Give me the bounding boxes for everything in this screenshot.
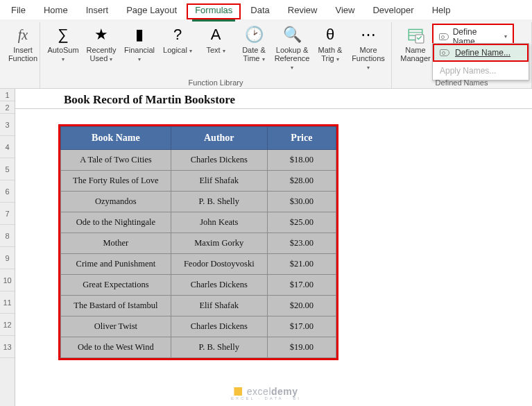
row-header[interactable]: 6: [0, 180, 15, 203]
tab-insert[interactable]: Insert: [83, 3, 112, 19]
lib-lookup-reference-button[interactable]: 🔍Lookup & Reference ▾: [273, 24, 311, 72]
tab-page-layout[interactable]: Page Layout: [123, 3, 180, 19]
cell[interactable]: Elif Shafak: [171, 171, 267, 192]
cell[interactable]: P. B. Shelly: [171, 192, 267, 212]
group-label-defined-names: Defined Names: [392, 78, 531, 87]
cell[interactable]: $21.00: [267, 254, 336, 275]
table-row: Crime and PunishmentFeodor Dostoyvoski$2…: [61, 254, 336, 275]
insert-function-button[interactable]: fx Insert Function: [4, 24, 42, 64]
lib-autosum-button[interactable]: ∑AutoSum ▾: [44, 24, 82, 64]
cell[interactable]: Oliver Twist: [61, 316, 171, 337]
row-header[interactable]: 12: [0, 314, 15, 336]
menu-define-name[interactable]: Define Name...: [433, 44, 529, 62]
cell[interactable]: Charles Dickens: [171, 150, 267, 171]
cell[interactable]: Crime and Punishment: [61, 254, 171, 275]
cell[interactable]: $17.00: [267, 316, 336, 337]
lib-text-button[interactable]: AText ▾: [197, 24, 234, 56]
cell[interactable]: The Forty Rules of Love: [61, 171, 171, 192]
table-row: Ode to the West WindP. B. Shelly$19.00: [61, 337, 336, 358]
cell[interactable]: $17.00: [267, 275, 336, 296]
col-header: Book Name: [61, 127, 171, 150]
lib-math-trig-button[interactable]: θMath & Trig ▾: [311, 24, 349, 64]
cell[interactable]: Ode to the Nightingale: [61, 212, 171, 233]
cell[interactable]: $23.00: [267, 233, 336, 254]
cell[interactable]: $18.00: [267, 150, 336, 171]
tab-help[interactable]: Help: [429, 3, 454, 19]
cell[interactable]: Elif Shafak: [171, 296, 267, 316]
lib-financial-button[interactable]: ▮Financial ▾: [121, 24, 158, 64]
tab-data[interactable]: Data: [248, 3, 272, 19]
row-header[interactable]: 2: [0, 101, 15, 114]
menubar: File Home Insert Page Layout Formulas Da…: [0, 0, 532, 19]
cell[interactable]: $25.00: [267, 212, 336, 233]
row-header[interactable]: 7: [0, 203, 15, 225]
cell[interactable]: Charles Dickens: [171, 316, 267, 337]
date-time-icon: 🕑: [244, 25, 264, 44]
cell[interactable]: P. B. Shelly: [171, 337, 267, 358]
tab-file[interactable]: File: [8, 3, 28, 19]
row-header[interactable]: 10: [0, 269, 15, 291]
lib-recently-used-button[interactable]: ★Recently Used ▾: [83, 24, 120, 64]
worksheet-area: 12345678910111213 Book Record of Martin …: [0, 89, 532, 406]
table-row: OzymandosP. B. Shelly$30.00: [61, 192, 336, 212]
row-header[interactable]: 4: [0, 136, 15, 158]
row-header[interactable]: 11: [0, 291, 15, 314]
name-manager-icon: [406, 25, 425, 44]
table-row: Oliver TwistCharles Dickens$17.00: [61, 316, 336, 337]
book-table-selection[interactable]: Book NameAuthorPrice A Tale of Two Citie…: [58, 124, 338, 360]
cell[interactable]: Ode to the West Wind: [61, 337, 171, 358]
tab-view[interactable]: View: [332, 3, 357, 19]
table-row: The Forty Rules of LoveElif Shafak$28.00: [61, 171, 336, 192]
lib-date-time-button[interactable]: 🕑Date & Time ▾: [235, 24, 273, 64]
table-row: The Bastard of IstambulElif Shafak$20.00: [61, 296, 336, 316]
cell[interactable]: Feodor Dostoyvoski: [171, 254, 267, 275]
cell[interactable]: $20.00: [267, 296, 336, 316]
row-header[interactable]: 3: [0, 114, 15, 136]
table-row: Great ExpectationsCharles Dickens$17.00: [61, 275, 336, 296]
cell[interactable]: Ozymandos: [61, 192, 171, 212]
cell[interactable]: Mother: [61, 233, 171, 254]
cell[interactable]: A Tale of Two Cities: [61, 150, 171, 171]
sheet-content: Book Record of Martin Bookstore Book Nam…: [15, 89, 532, 406]
cell[interactable]: John Keats: [171, 212, 267, 233]
menu-apply-names[interactable]: Apply Names...: [433, 62, 529, 80]
svg-rect-1: [415, 35, 424, 43]
cell[interactable]: $28.00: [267, 171, 336, 192]
group-label-function-library: Function Library: [44, 77, 387, 87]
row-header[interactable]: 1: [0, 89, 15, 101]
logical-icon: ?: [168, 25, 187, 44]
sheet-title: Book Record of Martin Bookstore: [15, 89, 532, 109]
tab-formulas[interactable]: Formulas: [192, 3, 235, 22]
cell[interactable]: Great Expectations: [61, 275, 171, 296]
row-header[interactable]: 13: [0, 336, 15, 358]
fx-icon: fx: [13, 25, 33, 44]
lookup-reference-icon: 🔍: [282, 25, 302, 44]
row-header[interactable]: 8: [0, 225, 15, 247]
row-header[interactable]: 9: [0, 247, 15, 269]
cell[interactable]: Maxim Gorky: [171, 233, 267, 254]
cell[interactable]: $30.00: [267, 192, 336, 212]
row-header[interactable]: 5: [0, 158, 15, 180]
tab-developer[interactable]: Developer: [370, 3, 416, 19]
math-trig-icon: θ: [320, 25, 340, 44]
lib-logical-button[interactable]: ?Logical ▾: [159, 24, 196, 56]
tab-home[interactable]: Home: [41, 3, 71, 19]
exceldemy-logo: exceldemy EXCEL · DATA · BI: [0, 386, 532, 400]
footer: exceldemy EXCEL · DATA · BI: [0, 386, 532, 400]
cell[interactable]: The Bastard of Istambul: [61, 296, 171, 316]
table-row: MotherMaxim Gorky$23.00: [61, 233, 336, 254]
chevron-down-icon: ▾: [504, 34, 507, 40]
table-row: A Tale of Two CitiesCharles Dickens$18.0…: [61, 150, 336, 171]
logo-mark-icon: [234, 387, 242, 396]
tab-review[interactable]: Review: [285, 3, 320, 19]
cell[interactable]: $19.00: [267, 337, 336, 358]
text-icon: A: [206, 25, 225, 44]
ribbon: fx Insert Function ∑AutoSum ▾★Recently U…: [0, 19, 532, 89]
name-manager-button[interactable]: Name Manager: [396, 24, 435, 64]
cell[interactable]: Charles Dickens: [171, 275, 267, 296]
group-function-library: ∑AutoSum ▾★Recently Used ▾▮Financial ▾?L…: [40, 22, 392, 88]
lib-more-functions-button[interactable]: ⋯More Functions ▾: [350, 24, 387, 72]
book-table: Book NameAuthorPrice A Tale of Two Citie…: [60, 126, 336, 358]
row-headers: 12345678910111213: [0, 89, 15, 406]
recently-used-icon: ★: [92, 25, 111, 44]
